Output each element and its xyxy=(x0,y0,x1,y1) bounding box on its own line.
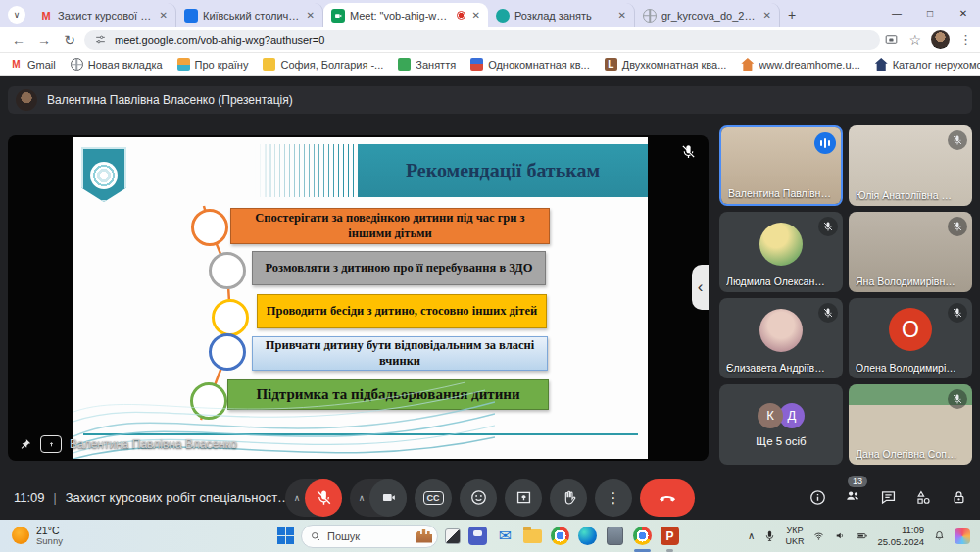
activities-icon[interactable] xyxy=(914,488,933,507)
tray-mic-icon[interactable] xyxy=(763,529,776,542)
bookmark-label: Новая вкладка xyxy=(88,59,163,71)
participant-tile-yuliia[interactable]: Юлія Анатоліївна Пи... xyxy=(849,125,972,206)
notifications-bell-icon[interactable] xyxy=(933,529,946,542)
participant-tile-yelyzaveta[interactable]: Єлизавета Андріївна ... xyxy=(719,298,843,378)
taskbar-app-powerpoint[interactable]: P xyxy=(660,526,680,546)
new-tab-button[interactable]: + xyxy=(788,7,796,23)
end-call-button[interactable] xyxy=(640,479,695,517)
reactions-button[interactable] xyxy=(460,479,497,517)
taskbar-weather-widget[interactable]: 21°C Sunny xyxy=(12,525,63,547)
battery-icon[interactable] xyxy=(856,529,868,542)
bookmark-country[interactable]: Про країну xyxy=(177,58,249,71)
participant-tile-liudmyla[interactable]: Людмила Олександр... xyxy=(719,212,843,292)
language-indicator[interactable]: УКР UKR xyxy=(785,526,804,546)
bookmark-label: www.dreamhome.u... xyxy=(759,59,859,71)
browser-menu-icon[interactable]: ⋮ xyxy=(959,32,972,47)
tab-schedule[interactable]: Розклад занять ✕ xyxy=(488,3,635,27)
captions-button[interactable]: CC xyxy=(415,479,452,517)
close-icon[interactable]: ✕ xyxy=(158,10,168,21)
taskbar-app-calculator[interactable] xyxy=(605,526,625,546)
taskbar-app-explorer[interactable] xyxy=(522,526,543,546)
participant-name: Олена Володимирівн... xyxy=(856,362,958,374)
taskbar-app-edge[interactable] xyxy=(577,526,598,546)
chat-panel-icon[interactable] xyxy=(879,488,898,507)
taskbar-app-teams[interactable] xyxy=(467,526,488,546)
participant-tile-dana[interactable]: Дана Олегівна Сопова xyxy=(849,384,972,465)
participant-name: Людмила Олександр... xyxy=(726,276,829,287)
bookmark-label: Каталог нерухомос... xyxy=(893,59,980,71)
task-view-button[interactable] xyxy=(445,528,461,544)
mic-options-chevron[interactable]: ∧ xyxy=(289,493,305,503)
more-participants-label: Ще 5 осіб xyxy=(756,435,806,447)
window-close-button[interactable]: ✕ xyxy=(947,0,980,25)
minimize-button[interactable]: — xyxy=(880,0,913,25)
bookmark-dreamhome[interactable]: www.dreamhome.u... xyxy=(741,58,859,71)
camera-toggle-button[interactable] xyxy=(369,479,407,517)
url-bar[interactable]: meet.google.com/vob-ahig-wxg?authuser=0 xyxy=(84,30,880,50)
participant-tile-olena[interactable]: О Олена Володимирівн... xyxy=(849,298,972,378)
close-icon[interactable]: ✕ xyxy=(761,10,771,21)
profile-avatar[interactable] xyxy=(931,30,950,49)
raise-hand-button[interactable] xyxy=(550,479,587,517)
tab-university[interactable]: Київський столичний універси ✕ xyxy=(176,3,323,27)
site-settings-icon[interactable] xyxy=(94,33,107,46)
clock-widget[interactable]: 11:09 25.05.2024 xyxy=(877,525,924,547)
bookmark-sofia[interactable]: София, Болгария -... xyxy=(263,58,383,71)
participants-grid: Валентина Павлівна ... Юлія Анатоліївна … xyxy=(719,125,972,465)
muted-mic-icon xyxy=(948,217,967,236)
camera-options-chevron[interactable]: ∧ xyxy=(354,493,369,503)
wifi-icon[interactable] xyxy=(812,529,825,542)
hidden-icons-chevron[interactable]: ∧ xyxy=(748,530,755,541)
tab-pdf[interactable]: gr_kyrcova_do_2024.pdf ✕ xyxy=(635,3,780,27)
bookmark-flat1[interactable]: Однокомнатная кв... xyxy=(470,58,590,71)
taskbar-app-chrome[interactable] xyxy=(550,526,570,546)
start-button[interactable] xyxy=(277,527,294,544)
collapse-sidebar-handle[interactable]: ‹ xyxy=(692,265,709,310)
meeting-info-icon[interactable] xyxy=(808,488,827,507)
participants-panel-button[interactable]: 13 xyxy=(844,486,862,509)
mic-toggle-button[interactable] xyxy=(305,479,342,517)
slide-bullet-circle xyxy=(212,299,249,336)
present-button[interactable] xyxy=(505,479,542,517)
volume-icon[interactable] xyxy=(834,529,847,542)
bookmark-newtab[interactable]: Новая вкладка xyxy=(71,58,163,71)
close-icon[interactable]: ✕ xyxy=(616,10,626,21)
more-participants-tile[interactable]: К Д Ще 5 осіб xyxy=(719,384,843,465)
taskbar-app-mail[interactable]: ✉ xyxy=(495,526,515,546)
forward-button[interactable]: → xyxy=(33,32,55,48)
close-icon[interactable]: ✕ xyxy=(470,10,480,21)
participant-tile-yana[interactable]: Яна Володимирівна ... xyxy=(849,212,972,292)
tray-app-icon[interactable] xyxy=(955,528,970,544)
bookmark-classes[interactable]: Заняття xyxy=(398,58,456,71)
host-controls-icon[interactable] xyxy=(950,488,968,507)
mail-icon: ✉ xyxy=(499,527,512,545)
reload-button[interactable]: ↻ xyxy=(59,32,80,48)
participant-tile-valentyna[interactable]: Валентина Павлівна ... xyxy=(719,125,843,206)
more-options-button[interactable]: ⋮ xyxy=(595,479,632,517)
tab-search-button[interactable]: ∨ xyxy=(8,6,25,24)
maximize-button[interactable]: □ xyxy=(913,0,947,25)
close-icon[interactable]: ✕ xyxy=(305,10,315,21)
bookmark-gmail[interactable]: MGmail xyxy=(10,58,56,71)
bookmark-flat2[interactable]: LДвухкомнатная ква... xyxy=(605,58,727,71)
bookmark-label: Двухкомнатная ква... xyxy=(622,59,727,71)
taskbar-search[interactable]: Пошук xyxy=(301,525,438,548)
mic-control-group: ∧ xyxy=(285,479,342,517)
bookmarks-bar: MGmail Новая вкладка Про країну София, Б… xyxy=(0,53,980,76)
house-icon xyxy=(875,58,888,71)
taskbar-app-chrome-active[interactable] xyxy=(632,526,653,546)
bookmark-star-icon[interactable]: ☆ xyxy=(908,32,921,48)
windows-taskbar: 21°C Sunny Пошук ✉ P ∧ УКР xyxy=(0,520,980,552)
slide-item: Проводити бесіди з дитино, стосовно інши… xyxy=(257,294,547,328)
pin-icon[interactable] xyxy=(18,437,32,452)
presenter-banner-text: Валентина Павлівна Власенко (Презентація… xyxy=(47,93,293,107)
folder-icon xyxy=(523,529,542,543)
meeting-time: 11:09 xyxy=(14,490,45,505)
tab-meet-active[interactable]: Meet: "vob-ahig-wxg" ✕ xyxy=(323,3,488,27)
tab-gmail[interactable]: M Захист курсової - d.sopova@k ✕ xyxy=(31,3,176,27)
tab-cast-icon[interactable] xyxy=(884,32,899,47)
bookmark-catalog1[interactable]: Каталог нерухомос... xyxy=(875,58,980,71)
fullscreen-icon[interactable] xyxy=(40,435,62,453)
presentation-tile[interactable]: Рекомендації батькам Спостерігати за пов… xyxy=(8,135,709,461)
back-button[interactable]: ← xyxy=(8,32,29,48)
